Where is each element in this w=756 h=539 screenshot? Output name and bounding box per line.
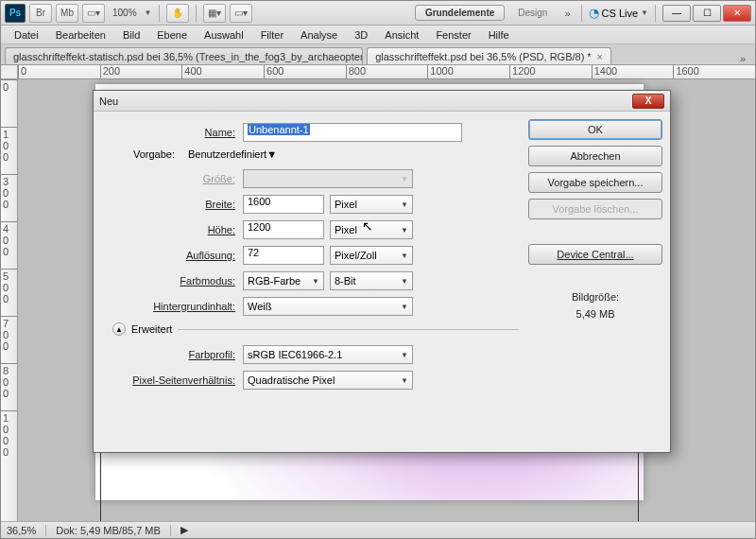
label-farbmodus: Farbmodus: — [101, 275, 243, 287]
workspace-design[interactable]: Design — [508, 6, 557, 20]
filesize-display: Bildgröße: 5,49 MB — [528, 289, 662, 322]
more-icon[interactable]: » — [560, 8, 574, 19]
hand-tool-icon[interactable]: ✋ — [166, 4, 189, 23]
psv-select[interactable]: Quadratische Pixel▼ — [243, 371, 413, 390]
status-dok[interactable]: Dok: 5,49 MB/85,7 MB — [56, 525, 171, 536]
zoom-level[interactable]: 100% — [109, 8, 141, 18]
menu-fenster[interactable]: Fenster — [428, 27, 478, 43]
tab-1[interactable]: glasschrifteffekt-statisch.psd bei 36,5%… — [5, 47, 363, 64]
breite-unit-select[interactable]: Pixel▼ — [330, 195, 413, 214]
workspace-grundelemente[interactable]: Grundelemente — [415, 5, 505, 21]
screen-mode-icon[interactable]: ▭▾ — [230, 4, 252, 23]
status-arrow-icon[interactable]: ▶ — [180, 524, 188, 536]
menu-3d[interactable]: 3D — [347, 27, 375, 43]
minimize-button[interactable]: — — [662, 5, 691, 22]
view-icon[interactable]: ▭▾ — [82, 4, 105, 23]
ok-button[interactable]: OK — [528, 119, 662, 140]
label-breite: Breite: — [101, 199, 243, 210]
mb-icon[interactable]: Mb — [56, 4, 78, 23]
menu-bild[interactable]: Bild — [115, 27, 147, 43]
label-groesse: Größe: — [101, 173, 243, 184]
label-psv: Pixel-Seitenverhältnis: — [101, 374, 243, 386]
farbmodus-select[interactable]: RGB-Farbe▼ — [243, 271, 324, 290]
tab-overflow-icon[interactable]: » — [734, 53, 751, 64]
menu-ebene[interactable]: Ebene — [149, 27, 195, 43]
aufloesung-input[interactable]: 72 — [243, 246, 324, 265]
dialog-close-button[interactable]: X — [632, 94, 664, 109]
ruler-vertical[interactable]: 01 0 03 0 04 0 05 0 07 0 08 0 01 0 0 0 — [1, 79, 18, 521]
close-icon[interactable]: × — [597, 52, 603, 62]
vorgabe-loeschen-button: Vorgabe löschen... — [528, 199, 662, 219]
status-bar: 36,5% Dok: 5,49 MB/85,7 MB ▶ — [1, 521, 755, 538]
menu-filter[interactable]: Filter — [253, 27, 291, 43]
hoehe-unit-select[interactable]: Pixel▼ — [330, 220, 413, 239]
erweitert-toggle[interactable]: ▲ — [112, 322, 126, 336]
menu-bar: Datei Bearbeiten Bild Ebene Auswahl Filt… — [1, 26, 755, 44]
hg-select[interactable]: Weiß▼ — [243, 297, 413, 316]
label-hg: Hintergrundinhalt: — [101, 301, 243, 312]
groesse-select: ▼ — [243, 169, 413, 188]
bridge-icon[interactable]: Br — [29, 4, 52, 23]
label-name: Name: — [101, 127, 243, 138]
menu-ansicht[interactable]: Ansicht — [377, 27, 426, 43]
device-central-button[interactable]: Device Central... — [528, 244, 662, 265]
vorgabe-speichern-button[interactable]: Vorgabe speichern... — [528, 172, 662, 193]
menu-auswahl[interactable]: Auswahl — [197, 27, 251, 43]
label-farbprofil: Farbprofil: — [101, 349, 243, 360]
close-button[interactable]: ✕ — [723, 5, 751, 22]
tab-2[interactable]: glasschrifteffekt.psd bei 36,5% (PSD, RG… — [367, 47, 610, 64]
document-tabs: glasschrifteffekt-statisch.psd bei 36,5%… — [1, 44, 755, 65]
farbtiefe-select[interactable]: 8-Bit▼ — [330, 271, 413, 290]
menu-bearbeiten[interactable]: Bearbeiten — [48, 27, 113, 43]
label-aufloesung: Auflösung: — [101, 250, 243, 261]
new-document-dialog: Neu X Name: Unbenannt-1 Vorgabe: Benutze… — [93, 90, 671, 453]
ps-logo: Ps — [5, 4, 26, 23]
label-hoehe: Höhe: — [101, 224, 243, 235]
cslive-icon: ◔ — [589, 6, 599, 20]
farbprofil-select[interactable]: sRGB IEC61966-2.1▼ — [243, 345, 413, 364]
vorgabe-select[interactable]: Benutzerdefiniert▼ — [188, 148, 500, 160]
maximize-button[interactable]: ☐ — [693, 5, 721, 22]
menu-analyse[interactable]: Analyse — [293, 27, 345, 43]
ruler-horizontal[interactable]: 02004006008001000120014001600 — [18, 65, 755, 79]
dialog-title: Neu — [99, 96, 632, 107]
status-zoom[interactable]: 36,5% — [7, 525, 46, 536]
menu-hilfe[interactable]: Hilfe — [481, 27, 517, 43]
cs-live[interactable]: ◔ CS Live ▼ — [589, 6, 648, 20]
label-vorgabe: Vorgabe: — [101, 148, 182, 160]
dialog-titlebar[interactable]: Neu X — [94, 91, 670, 112]
breite-input[interactable]: 1600 — [243, 195, 324, 214]
aufloesung-unit-select[interactable]: Pixel/Zoll▼ — [330, 246, 413, 265]
abbrechen-button[interactable]: Abbrechen — [528, 146, 662, 166]
name-input[interactable]: Unbenannt-1 — [243, 123, 462, 142]
title-bar: Ps Br Mb ▭▾ 100%▼ ✋ ▦▾ ▭▾ Grundelemente … — [1, 1, 755, 26]
menu-datei[interactable]: Datei — [7, 27, 46, 43]
label-erweitert: Erweitert — [131, 323, 172, 335]
arrange-icon[interactable]: ▦▾ — [203, 4, 226, 23]
ruler-corner — [1, 65, 18, 79]
hoehe-input[interactable]: 1200 — [243, 220, 324, 239]
